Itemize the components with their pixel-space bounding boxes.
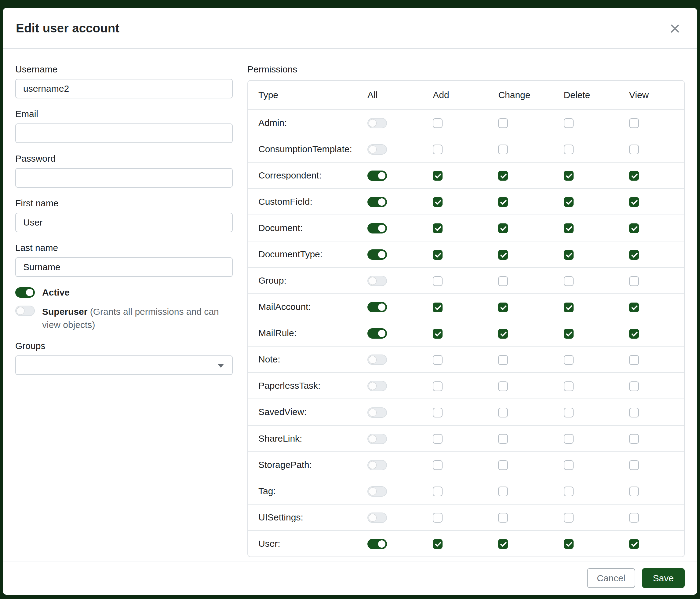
perm-paperlesstask-all-toggle[interactable] [368, 381, 387, 391]
username-input[interactable] [15, 79, 233, 98]
password-field[interactable] [15, 168, 233, 188]
perm-consumptiontemplate-view-checkbox[interactable] [629, 145, 639, 154]
perm-mailaccount-delete-checkbox[interactable] [564, 303, 574, 312]
perm-correspondent-change-checkbox[interactable] [498, 171, 508, 181]
perm-paperlesstask-change-checkbox[interactable] [498, 381, 508, 391]
perm-paperlesstask-delete-checkbox[interactable] [564, 381, 574, 391]
perm-group-view-checkbox[interactable] [629, 276, 639, 286]
perm-documenttype-all-toggle[interactable] [368, 249, 387, 260]
email-field[interactable] [15, 123, 233, 143]
perm-tag-all-toggle[interactable] [368, 486, 387, 497]
active-toggle[interactable] [15, 287, 35, 298]
perm-consumptiontemplate-add-checkbox[interactable] [433, 145, 443, 154]
perm-sharelink-change-checkbox[interactable] [498, 434, 508, 444]
perm-group-change-checkbox[interactable] [498, 276, 508, 286]
perm-admin-delete-checkbox[interactable] [564, 118, 574, 128]
perm-correspondent-all-toggle[interactable] [368, 170, 387, 181]
perm-uisettings-all-toggle[interactable] [368, 512, 387, 523]
perm-note-change-checkbox[interactable] [498, 355, 508, 365]
groups-select[interactable] [15, 355, 233, 375]
perm-document-all-toggle[interactable] [368, 223, 387, 234]
perm-sharelink-view-checkbox[interactable] [629, 434, 639, 444]
perm-storagepath-add-checkbox[interactable] [433, 460, 443, 470]
perm-mailaccount-add-checkbox[interactable] [433, 303, 443, 312]
perm-mailrule-add-checkbox[interactable] [433, 329, 443, 339]
perm-document-change-checkbox[interactable] [498, 223, 508, 233]
perm-group-all-toggle[interactable] [368, 275, 387, 286]
perm-user-add-checkbox[interactable] [433, 539, 443, 549]
perm-group-add-checkbox[interactable] [433, 276, 443, 286]
perm-admin-view-checkbox[interactable] [629, 118, 639, 128]
perm-consumptiontemplate-all-toggle[interactable] [368, 144, 387, 154]
perm-customfield-add-checkbox[interactable] [433, 197, 443, 207]
perm-user-change-checkbox[interactable] [498, 539, 508, 549]
perm-savedview-all-toggle[interactable] [368, 407, 387, 418]
perm-uisettings-change-checkbox[interactable] [498, 513, 508, 523]
perm-mailrule-change-checkbox[interactable] [498, 329, 508, 339]
save-button[interactable]: Save [642, 568, 685, 588]
perm-customfield-view-checkbox[interactable] [629, 197, 639, 207]
perm-user-delete-checkbox[interactable] [564, 539, 574, 549]
first-name-field[interactable] [15, 213, 233, 232]
perm-admin-change-checkbox[interactable] [498, 118, 508, 128]
perm-documenttype-delete-checkbox[interactable] [564, 250, 574, 260]
perm-paperlesstask-view-checkbox[interactable] [629, 381, 639, 391]
perm-uisettings-add-checkbox[interactable] [433, 513, 443, 523]
perm-user-all-toggle[interactable] [368, 539, 387, 549]
perm-mailaccount-all-toggle[interactable] [368, 302, 387, 312]
perm-correspondent-add-checkbox[interactable] [433, 171, 443, 181]
perm-admin-all-toggle[interactable] [368, 118, 387, 128]
perm-note-add-checkbox[interactable] [433, 355, 443, 365]
perm-storagepath-view-checkbox[interactable] [629, 460, 639, 470]
perm-consumptiontemplate-change-checkbox[interactable] [498, 145, 508, 154]
perm-mailrule-view-checkbox[interactable] [629, 329, 639, 339]
last-name-field[interactable] [15, 257, 233, 277]
perm-mailaccount-change-checkbox[interactable] [498, 303, 508, 312]
perm-documenttype-view-checkbox[interactable] [629, 250, 639, 260]
perm-storagepath-all-toggle[interactable] [368, 460, 387, 470]
superuser-toggle[interactable] [15, 306, 35, 316]
perm-savedview-delete-checkbox[interactable] [564, 408, 574, 417]
cancel-button[interactable]: Cancel [587, 568, 635, 588]
perm-note-view-checkbox[interactable] [629, 355, 639, 365]
perm-customfield-change-checkbox[interactable] [498, 197, 508, 207]
perm-mailrule-delete-checkbox[interactable] [564, 329, 574, 339]
perm-savedview-view-checkbox[interactable] [629, 408, 639, 417]
perm-sharelink-delete-checkbox[interactable] [564, 434, 574, 444]
perm-storagepath-delete-checkbox[interactable] [564, 460, 574, 470]
perm-documenttype-add-checkbox[interactable] [433, 250, 443, 260]
perm-tag-delete-checkbox[interactable] [564, 486, 574, 496]
toggle-knob [369, 119, 376, 127]
perm-consumptiontemplate-delete-checkbox[interactable] [564, 145, 574, 154]
perm-savedview-change-checkbox[interactable] [498, 408, 508, 417]
close-icon[interactable]: × [667, 19, 683, 38]
perm-uisettings-view-checkbox[interactable] [629, 513, 639, 523]
perm-sharelink-all-toggle[interactable] [368, 434, 387, 444]
perm-correspondent-delete-checkbox[interactable] [564, 171, 574, 181]
perm-tag-change-checkbox[interactable] [498, 486, 508, 496]
perm-note-all-toggle[interactable] [368, 355, 387, 365]
perm-document-view-checkbox[interactable] [629, 223, 639, 233]
perm-tag-add-checkbox[interactable] [433, 486, 443, 496]
perm-user-view-checkbox[interactable] [629, 539, 639, 549]
perm-savedview-add-checkbox[interactable] [433, 408, 443, 417]
perm-group-delete-checkbox[interactable] [564, 276, 574, 286]
perm-uisettings-delete-checkbox[interactable] [564, 513, 574, 523]
perm-document-add-checkbox[interactable] [433, 223, 443, 233]
perm-correspondent-view-checkbox[interactable] [629, 171, 639, 181]
perm-storagepath-change-checkbox[interactable] [498, 460, 508, 470]
perm-sharelink-add-checkbox[interactable] [433, 434, 443, 444]
perm-row-sharelink: ShareLink: [248, 425, 684, 452]
perm-customfield-delete-checkbox[interactable] [564, 197, 574, 207]
perm-admin-add-checkbox[interactable] [433, 118, 443, 128]
permissions-panel: Permissions TypeAllAddChangeDeleteView A… [247, 64, 685, 561]
perm-document-delete-checkbox[interactable] [564, 223, 574, 233]
perm-paperlesstask-add-checkbox[interactable] [433, 381, 443, 391]
perm-mailrule-all-toggle[interactable] [368, 328, 387, 339]
perm-mailaccount-view-checkbox[interactable] [629, 303, 639, 312]
perm-documenttype-change-checkbox[interactable] [498, 250, 508, 260]
perm-type-label-user: User: [248, 530, 357, 556]
perm-tag-view-checkbox[interactable] [629, 486, 639, 496]
perm-customfield-all-toggle[interactable] [368, 197, 387, 207]
perm-note-delete-checkbox[interactable] [564, 355, 574, 365]
